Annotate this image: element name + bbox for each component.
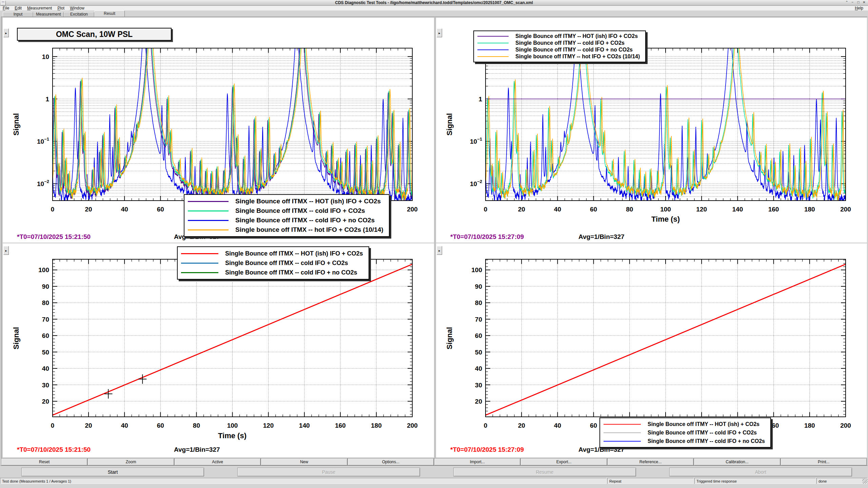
svg-text:40: 40 — [475, 365, 482, 372]
legend-entry: Single Bounce off ITMY -- HOT (ish) IFO … — [477, 33, 640, 40]
svg-text:10: 10 — [42, 53, 49, 60]
menu-edit[interactable]: Edit — [12, 6, 24, 11]
svg-text:70: 70 — [42, 316, 49, 323]
svg-text:100: 100 — [471, 266, 482, 273]
pane-arrow-icon[interactable]: ▸ — [3, 246, 9, 255]
calibration-button[interactable]: Calibration... — [694, 458, 780, 466]
svg-text:180: 180 — [804, 206, 815, 213]
legend-label: Single Bounce off ITMX -- cold IFO + CO2… — [235, 207, 365, 215]
svg-text:100: 100 — [38, 266, 49, 273]
trace-hot-ifo-co2s-10-14- — [486, 47, 846, 200]
menu-file[interactable]: File — [0, 6, 12, 11]
tab-result[interactable]: Result — [94, 11, 125, 17]
plot-legend: Single Bounce off ITMX -- HOT (ish) IFO … — [184, 194, 390, 237]
legend-label: Single Bounce off ITMX -- cold IFO + no … — [235, 217, 375, 224]
app-window: CDS Diagnostic Test Tools - /ligo/home/m… — [0, 0, 868, 488]
menu-measurement[interactable]: Measurement — [24, 6, 55, 11]
reference-button[interactable]: Reference... — [607, 458, 694, 466]
tab-measurement[interactable]: Measurement — [33, 12, 64, 17]
legend-line-sample — [188, 220, 229, 221]
svg-text:0: 0 — [51, 206, 55, 213]
t0-timestamp: *T0=07/10/2025 15:21:50 — [17, 446, 91, 453]
legend-entry: Single Bounce off ITMX -- HOT (ish) IFO … — [188, 197, 383, 206]
pane-arrow-icon[interactable]: ▸ — [437, 28, 442, 37]
svg-text:30: 30 — [42, 382, 49, 389]
x-axis-label: Time (s) — [651, 215, 680, 224]
status-cell-2: Triggered time response — [694, 478, 816, 484]
pane-arrow-icon[interactable]: ▸ — [3, 28, 9, 37]
close-button[interactable]: ✕ — [862, 0, 867, 5]
active-button[interactable]: Active — [174, 458, 261, 466]
legend-entry: Single Bounce off ITMY -- cold IFO + no … — [604, 437, 765, 445]
legend-line-sample — [477, 56, 509, 57]
svg-text:60: 60 — [42, 332, 49, 339]
svg-text:80: 80 — [42, 299, 49, 306]
legend-line-sample — [604, 441, 641, 442]
avg-bin-label: Avg=1/Bin=327 — [174, 446, 220, 453]
resize-grip-icon[interactable] — [862, 479, 867, 484]
svg-text:200: 200 — [840, 422, 851, 429]
new-button[interactable]: New — [261, 458, 347, 466]
plot-legend: Single Bounce off ITMX -- HOT (ish) IFO … — [177, 246, 369, 280]
trace-hot-ish-ifo-co2s — [53, 264, 412, 415]
maximize-button[interactable]: □ — [856, 0, 861, 5]
menu-window[interactable]: Window — [67, 6, 87, 11]
legend-line-sample — [181, 263, 218, 264]
svg-text:120: 120 — [263, 422, 274, 429]
window-controls: ⌃−□✕ — [844, 0, 867, 5]
abort-button: Abort — [669, 468, 852, 476]
svg-text:40: 40 — [121, 422, 128, 429]
svg-text:80: 80 — [475, 299, 482, 306]
legend-label: Single Bounce off ITMY -- HOT (ish) IFO … — [515, 33, 638, 39]
start-button[interactable]: Start — [21, 468, 204, 476]
print-button[interactable]: Print... — [781, 458, 867, 466]
export-button[interactable]: Export... — [520, 458, 607, 466]
plot-panel-itmx-log: ▸ OMC Scan, 10W PSL Signal 0204060801001… — [3, 18, 434, 243]
axes-group: 0204060801001201401601802002030405060708… — [471, 259, 851, 429]
shade-button[interactable]: ⌃ — [844, 0, 849, 5]
trace-hot-ish-co2s — [486, 264, 846, 415]
avg-bin-label: Avg=1/Bin=327 — [578, 233, 625, 241]
options-button[interactable]: Options... — [348, 458, 434, 466]
svg-text:40: 40 — [42, 365, 49, 372]
zoom-button[interactable]: Zoom — [87, 458, 174, 466]
svg-text:0: 0 — [51, 422, 55, 429]
plot-panel-itmy-linear: ▸ Signal 0204060801001201401601802002030… — [436, 243, 867, 458]
legend-label: Single Bounce off ITMY -- cold IFO + CO2… — [648, 430, 757, 436]
axes-group: 0204060801001201401601802002030405060708… — [38, 259, 418, 429]
control-strip: StartPauseResumeAbort — [0, 466, 868, 478]
menu-help[interactable]: Help — [852, 6, 866, 11]
status-bar: Test done (Measurements 1 / Averages 1)R… — [0, 477, 868, 485]
svg-text:0: 0 — [484, 206, 488, 213]
svg-text:100: 100 — [660, 206, 671, 213]
legend-line-sample — [181, 272, 218, 273]
tab-input[interactable]: Input — [3, 12, 33, 17]
svg-text:20: 20 — [85, 422, 92, 429]
svg-text:20: 20 — [42, 398, 49, 405]
tab-excitation[interactable]: Excitation — [64, 12, 94, 17]
svg-text:50: 50 — [475, 349, 482, 356]
reset-button[interactable]: Reset — [1, 458, 87, 466]
svg-text:140: 140 — [732, 206, 743, 213]
pause-button: Pause — [237, 468, 420, 476]
legend-label: Single Bounce off ITMY -- cold IFO + no … — [515, 47, 633, 53]
svg-text:200: 200 — [407, 206, 418, 213]
legend-label: Single bounce off ITMY -- hot IFO + CO2s… — [515, 54, 640, 60]
svg-text:80: 80 — [626, 206, 633, 213]
svg-text:180: 180 — [371, 422, 382, 429]
plot-legend: Single Bounce off ITMY -- HOT (ish) IFO … — [473, 30, 646, 62]
import-button[interactable]: Import... — [434, 458, 520, 466]
legend-entry: Single Bounce off ITMY -- cold IFO + no … — [477, 46, 640, 53]
x-axis-label: Time (s) — [218, 431, 246, 440]
resume-button: Resume — [453, 468, 636, 476]
svg-text:10−1: 10−1 — [37, 137, 49, 145]
minimize-button[interactable]: − — [850, 0, 855, 5]
pane-arrow-icon[interactable]: ▸ — [437, 246, 442, 255]
svg-text:90: 90 — [475, 283, 482, 290]
status-cell-0: Test done (Measurements 1 / Averages 1) — [0, 478, 607, 484]
menu-plot[interactable]: Plot — [55, 6, 67, 11]
svg-text:160: 160 — [335, 422, 346, 429]
legend-entry: Single bounce off ITMX -- hot IFO + CO2s… — [188, 225, 383, 235]
svg-text:10−1: 10−1 — [470, 137, 482, 145]
legend-entry: Single Bounce off ITMX -- cold IFO + CO2… — [181, 258, 363, 268]
